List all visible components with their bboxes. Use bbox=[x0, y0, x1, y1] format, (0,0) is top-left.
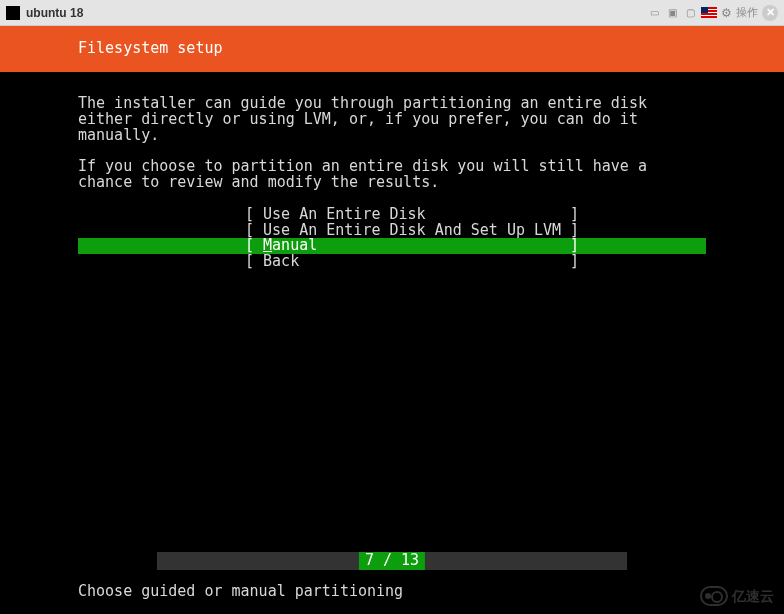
watermark-logo-icon bbox=[700, 586, 728, 606]
app-icon bbox=[6, 6, 20, 20]
screen-icon[interactable]: ▭ bbox=[647, 6, 661, 20]
flag-us-icon[interactable] bbox=[701, 7, 717, 18]
watermark: 亿速云 bbox=[700, 586, 774, 606]
menu-item-back[interactable]: [ Back ] bbox=[78, 254, 706, 270]
expand-icon[interactable]: ▢ bbox=[683, 6, 697, 20]
description-para-2: If you choose to partition an entire dis… bbox=[78, 159, 706, 191]
terminal-screen: Filesystem setup The installer can guide… bbox=[0, 26, 784, 614]
status-hint: Choose guided or manual partitioning bbox=[78, 584, 403, 600]
progress-indicator: 7 / 13 bbox=[359, 552, 425, 570]
partition-menu: [ Use An Entire Disk ] [ Use An Entire D… bbox=[78, 207, 706, 270]
installer-content: The installer can guide you through part… bbox=[0, 72, 784, 270]
window-titlebar: ubuntu 18 ▭ ▣ ▢ ⚙ 操作 ✕ bbox=[0, 0, 784, 26]
window-icon[interactable]: ▣ bbox=[665, 6, 679, 20]
progress-bar: 7 / 13 bbox=[157, 552, 627, 570]
installer-title: Filesystem setup bbox=[78, 41, 223, 57]
watermark-text: 亿速云 bbox=[732, 589, 774, 604]
gear-icon[interactable]: ⚙ bbox=[721, 6, 732, 20]
action-menu-label[interactable]: 操作 bbox=[736, 5, 758, 20]
window-title: ubuntu 18 bbox=[26, 6, 83, 20]
titlebar-controls: ▭ ▣ ▢ ⚙ 操作 ✕ bbox=[647, 5, 778, 21]
description-para-1: The installer can guide you through part… bbox=[78, 96, 706, 143]
close-icon[interactable]: ✕ bbox=[762, 5, 778, 21]
installer-header: Filesystem setup bbox=[0, 26, 784, 72]
